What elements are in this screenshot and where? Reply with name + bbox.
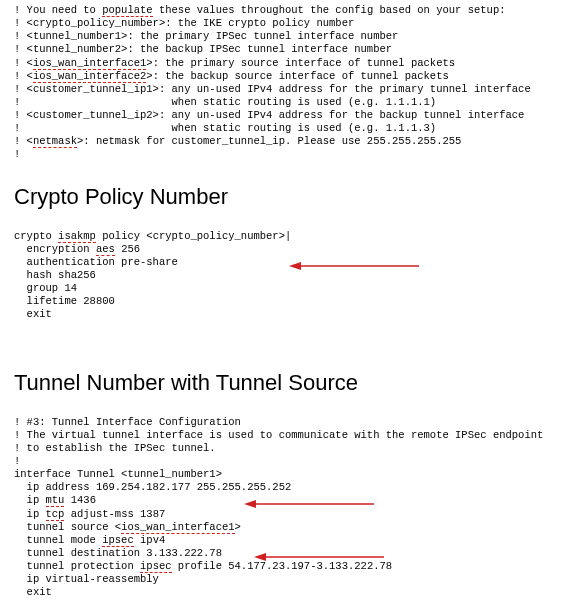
code-line: ! <customer_tunnel_ip1>: any un-used IPv… — [14, 83, 571, 96]
arrow-icon — [289, 235, 419, 236]
svg-marker-3 — [244, 500, 256, 508]
code-line: ! <customer_tunnel_ip2>: any un-used IPv… — [14, 109, 571, 122]
heading-crypto-policy: Crypto Policy Number — [14, 184, 571, 210]
code-line: ! You need to populate these values thro… — [14, 4, 571, 17]
underlined-term: populate — [102, 4, 152, 17]
code-line: ! <netmask>: netmask for customer_tunnel… — [14, 135, 571, 148]
crypto-code-block: crypto isakmp policy <crypto_policy_numb… — [14, 230, 571, 348]
heading-tunnel-number: Tunnel Number with Tunnel Source — [14, 370, 571, 396]
code-line: ! #3: Tunnel Interface Configuration — [14, 416, 571, 429]
underlined-term: tcp — [46, 508, 65, 521]
underlined-term: ipsec — [140, 560, 172, 573]
code-line: exit — [14, 586, 571, 599]
code-line: exit — [14, 308, 571, 321]
underlined-term: ios_wan_interface1 — [33, 57, 146, 70]
code-line: ! when static routing is used (e.g. 1.1.… — [14, 122, 571, 135]
underlined-term: aes — [96, 243, 115, 256]
svg-marker-5 — [254, 553, 266, 561]
tunnel-code-block: ! #3: Tunnel Interface Configuration! Th… — [14, 416, 571, 604]
code-line: ! <ios_wan_interface1>: the primary sour… — [14, 57, 571, 70]
underlined-term: ios_wan_interface2 — [33, 70, 146, 83]
arrow-icon — [254, 526, 384, 527]
code-line: ! The virtual tunnel interface is used t… — [14, 429, 571, 442]
underlined-term: ipsec — [102, 534, 134, 547]
code-line: ! when static routing is used (e.g. 1.1.… — [14, 96, 571, 109]
code-line: ! <ios_wan_interface2>: the backup sourc… — [14, 70, 571, 83]
intro-code-block: ! You need to populate these values thro… — [14, 4, 571, 162]
underlined-term: isakmp — [58, 230, 96, 243]
code-line: ! to establish the IPSec tunnel. — [14, 442, 571, 455]
svg-marker-1 — [289, 262, 301, 270]
code-line: ! <tunnel_number1>: the primary IPSec tu… — [14, 30, 571, 43]
arrow-icon — [244, 473, 374, 474]
code-line: ! — [14, 148, 571, 161]
code-line: lifetime 28800 — [14, 295, 571, 308]
code-line: ! <tunnel_number2>: the backup IPSec tun… — [14, 43, 571, 56]
underlined-term: ios_wan_interface1 — [121, 521, 234, 534]
underlined-term: mtu — [46, 494, 65, 507]
underlined-term: netmask — [33, 135, 77, 148]
code-line: ! — [14, 455, 571, 468]
code-line: ! <crypto_policy_number>: the IKE crypto… — [14, 17, 571, 30]
